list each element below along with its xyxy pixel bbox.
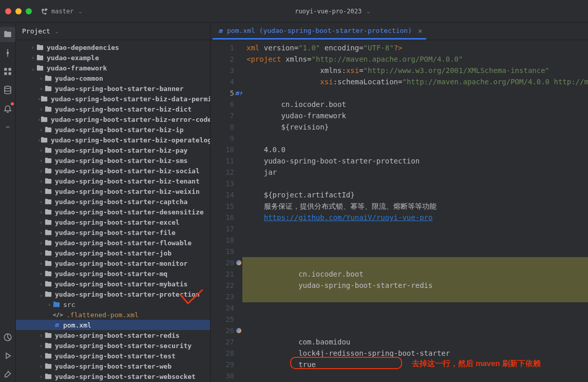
- code-line[interactable]: cn.iocoder.boot: [242, 99, 588, 110]
- code-line[interactable]: com.baomidou: [242, 336, 588, 348]
- tree-row[interactable]: ›yudao-spring-boot-starter-banner: [16, 83, 210, 94]
- expand-arrow-icon[interactable]: ›: [37, 178, 45, 184]
- code-line[interactable]: [242, 370, 588, 381]
- line-number[interactable]: 3: [211, 65, 234, 76]
- gutter-marker[interactable]: [236, 328, 241, 333]
- tree-row[interactable]: ›yudao-spring-boot-starter-web: [16, 361, 210, 371]
- tree-row[interactable]: ›yudao-spring-boot-starter-file: [16, 227, 210, 238]
- line-number[interactable]: 25: [211, 314, 234, 325]
- expand-arrow-icon[interactable]: ›: [29, 45, 36, 50]
- expand-arrow-icon[interactable]: ›: [37, 106, 45, 112]
- expand-arrow-icon[interactable]: ›: [37, 281, 45, 287]
- chart-tool-button[interactable]: [0, 330, 15, 345]
- line-number[interactable]: 13: [211, 178, 234, 189]
- line-number[interactable]: 16: [211, 212, 234, 223]
- code-line[interactable]: 4.0.0: [242, 144, 588, 155]
- line-number[interactable]: 10: [211, 144, 234, 155]
- tree-row[interactable]: ›yudao-spring-boot-starter-biz-data-perm…: [16, 94, 210, 104]
- line-number[interactable]: 22: [211, 280, 234, 291]
- line-number[interactable]: 29: [211, 359, 234, 370]
- structure-tool-button[interactable]: [0, 64, 15, 79]
- code-line[interactable]: [242, 246, 588, 257]
- expand-arrow-icon[interactable]: ›: [29, 55, 36, 61]
- line-number[interactable]: 5: [211, 87, 234, 99]
- line-number[interactable]: 7: [211, 110, 234, 121]
- project-picker[interactable]: ruoyi-vue-pro-2023 ⌄: [82, 8, 583, 15]
- code-line[interactable]: https://github.com/YunaiV/ruoyi-vue-pro: [242, 212, 588, 223]
- more-tool-button[interactable]: ⋯: [0, 119, 15, 135]
- line-number[interactable]: 1: [211, 42, 234, 53]
- tree-row[interactable]: ›yudao-spring-boot-starter-mybatis: [16, 279, 210, 289]
- maven-reimport-icon[interactable]: m↑: [235, 87, 241, 94]
- tree-row[interactable]: ›yudao-example: [16, 52, 210, 63]
- expand-arrow-icon[interactable]: ›: [37, 250, 45, 256]
- line-number[interactable]: 17: [211, 223, 234, 234]
- tree-row[interactable]: ›yudao-spring-boot-starter-biz-error-cod…: [16, 114, 210, 124]
- expand-arrow-icon[interactable]: ›: [37, 240, 45, 246]
- tree-row[interactable]: ›yudao-spring-boot-starter-biz-operatelo…: [16, 135, 210, 145]
- line-number[interactable]: 15: [211, 201, 234, 212]
- build-tool-button[interactable]: [0, 367, 15, 382]
- tree-row[interactable]: ›yudao-spring-boot-starter-biz-social: [16, 166, 210, 176]
- line-number[interactable]: 21: [211, 268, 234, 280]
- expand-arrow-icon[interactable]: ›: [37, 189, 45, 194]
- line-number[interactable]: 18: [211, 234, 234, 246]
- code-line[interactable]: [242, 314, 588, 325]
- tab-pom-xml[interactable]: m pom.xml (yudao-spring-boot-starter-pro…: [213, 23, 426, 40]
- code-editor[interactable]: 1234567891011121314151617181920212223242…: [211, 40, 588, 382]
- line-number[interactable]: 19: [211, 246, 234, 257]
- line-number[interactable]: 9: [211, 133, 234, 144]
- tree-row[interactable]: ›yudao-spring-boot-starter-biz-tenant: [16, 176, 210, 186]
- code-line[interactable]: [242, 302, 588, 314]
- line-number[interactable]: 12: [211, 167, 234, 178]
- tree-row[interactable]: ›yudao-spring-boot-starter-biz-pay: [16, 145, 210, 155]
- tree-row[interactable]: </>.flattened-pom.xml: [16, 310, 210, 320]
- close-tab-button[interactable]: ×: [418, 27, 422, 35]
- expand-arrow-icon[interactable]: ›: [37, 158, 45, 163]
- tree-row[interactable]: mpom.xml: [16, 320, 210, 330]
- expand-arrow-icon[interactable]: ›: [37, 261, 45, 266]
- commit-tool-button[interactable]: [0, 45, 15, 61]
- expand-arrow-icon[interactable]: ›: [37, 374, 45, 379]
- code-line[interactable]: [242, 325, 588, 336]
- tree-row[interactable]: ›yudao-spring-boot-starter-desensitize: [16, 207, 210, 217]
- code-line[interactable]: cn.iocoder.boot: [242, 268, 588, 280]
- line-number[interactable]: 6: [211, 99, 234, 110]
- project-tree[interactable]: ›yudao-dependencies›yudao-example⌄yudao-…: [16, 40, 210, 382]
- expand-arrow-icon[interactable]: ⌄: [29, 65, 36, 71]
- code-line[interactable]: xsi:schemaLocation="http://maven.apache.…: [242, 76, 588, 87]
- line-number[interactable]: 11: [211, 155, 234, 167]
- expand-arrow-icon[interactable]: ›: [37, 230, 45, 235]
- code-line[interactable]: [242, 291, 588, 302]
- tree-row[interactable]: ›yudao-spring-boot-starter-flowable: [16, 238, 210, 248]
- expand-arrow-icon[interactable]: ›: [37, 353, 45, 359]
- notifications-tool-button[interactable]: [0, 101, 15, 116]
- tree-row[interactable]: ›yudao-spring-boot-starter-websocket: [16, 371, 210, 381]
- code-line[interactable]: [242, 223, 588, 234]
- tree-row[interactable]: ›yudao-spring-boot-starter-biz-sms: [16, 155, 210, 166]
- code-line[interactable]: [242, 133, 588, 144]
- gutter-marker[interactable]: [236, 260, 241, 265]
- expand-arrow-icon[interactable]: ›: [37, 363, 45, 369]
- tree-row[interactable]: ›yudao-spring-boot-starter-excel: [16, 217, 210, 227]
- expand-arrow-icon[interactable]: ›: [37, 343, 45, 349]
- code-line[interactable]: jar: [242, 167, 588, 178]
- code-line[interactable]: [242, 87, 588, 99]
- line-number[interactable]: 26: [211, 325, 234, 336]
- code-line[interactable]: yudao-framework: [242, 110, 588, 121]
- line-number[interactable]: 30: [211, 370, 234, 381]
- expand-arrow-icon[interactable]: ›: [37, 199, 45, 205]
- run-tool-button[interactable]: [0, 348, 15, 363]
- expand-arrow-icon[interactable]: ›: [37, 127, 45, 133]
- expand-arrow-icon[interactable]: ›: [37, 148, 45, 153]
- line-number[interactable]: 2: [211, 53, 234, 65]
- minimize-window-button[interactable]: [15, 8, 22, 14]
- code-line[interactable]: 服务保证，提供分布式锁、幂等、限流、熔断等等功能: [242, 201, 588, 212]
- expand-arrow-icon[interactable]: ›: [37, 220, 45, 225]
- code-line[interactable]: ${revision}: [242, 121, 588, 133]
- tree-row[interactable]: ›yudao-dependencies: [16, 42, 210, 52]
- tree-row[interactable]: ›yudao-common: [16, 73, 210, 83]
- code-line[interactable]: xmlns:xsi="http://www.w3.org/2001/XMLSch…: [242, 65, 588, 76]
- line-number[interactable]: 4: [211, 76, 234, 87]
- database-tool-button[interactable]: [0, 82, 15, 98]
